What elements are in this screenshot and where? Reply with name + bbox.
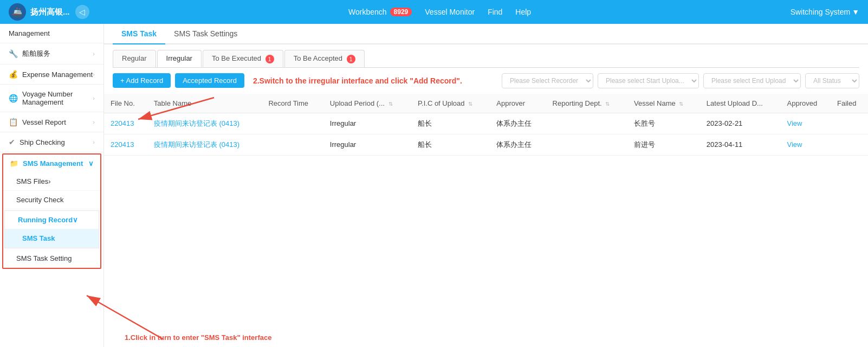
cell-latest-upload: 2023-02-21 [700,113,781,134]
sidebar-item-vessel-report[interactable]: 📋 Vessel Report › [0,112,103,132]
sub-tab-irregular[interactable]: Irregular [157,50,202,67]
header-nav: Workbench 8929 Vessel Monitor Find Help [348,8,531,16]
running-record-arrow: ∨ [73,216,78,224]
help-nav[interactable]: Help [515,8,531,16]
sidebar-item-ship-checking[interactable]: ✔ Ship Checking › [0,132,103,152]
cell-approved[interactable]: View [781,134,831,155]
expense-arrow: › [93,71,95,78]
ship-checking-icon: ✔ [9,138,15,146]
sidebar: Management 🔧 船舶服务 › 💰 Expense Management… [0,24,104,347]
sms-management-arrow: ∨ [88,159,94,168]
running-record-label: Running Record [18,216,73,224]
sms-management-group: 📁 SMS Management ∨ SMS Files › Security … [2,153,101,269]
sidebar-sub-item-security-check[interactable]: Security Check [3,191,100,209]
cell-file-no[interactable]: 220413 [104,134,147,155]
add-record-button[interactable]: + Add Record [113,73,171,88]
sidebar-item-management: Management [0,24,103,43]
tab-sms-task[interactable]: SMS Task [113,24,165,44]
sms-management-header[interactable]: 📁 SMS Management ∨ [3,155,100,172]
cell-table-name: 疫情期间来访登记表 (0413) [147,113,262,134]
expense-icon: 💰 [9,70,18,79]
col-header-approved: Approved [781,94,831,113]
table-row: 220413 疫情期间来访登记表 (0413) Irregular 船长 体系办… [104,113,868,134]
security-check-label: Security Check [16,196,63,204]
cell-approver: 体系办主任 [490,134,546,155]
cell-upload-period: Irregular [323,134,411,155]
logo: 🚢 扬州高银... [9,3,70,21]
sub-tab-to-be-executed[interactable]: To Be Executed 1 [203,50,283,67]
ship-checking-label: Ship Checking [20,138,65,146]
logo-icon: 🚢 [9,3,26,21]
col-header-latest-upload: Latest Upload D... [700,94,781,113]
col-header-table-name: Table Name [147,94,262,113]
cell-pic-of-upload: 船长 [411,113,490,134]
to-be-executed-badge: 1 [265,55,274,63]
expense-label: Expense Management [22,70,93,79]
start-upload-select[interactable]: Please select Start Uploa... [598,73,699,88]
voyage-arrow: › [93,95,95,101]
tab-sms-task-settings[interactable]: SMS Task Settings [165,24,246,44]
cell-reporting-dept [546,134,628,155]
sidebar-sub-item-sms-task-setting[interactable]: SMS Task Setting [3,249,100,268]
col-header-file-no: File No. [104,94,147,113]
vessel-monitor-nav[interactable]: Vessel Monitor [425,8,475,16]
voyage-label: Voyage Number Management [22,90,93,106]
back-button[interactable]: ◁ [75,5,89,19]
ship-service-label: 船舶服务 [22,49,50,59]
sidebar-sub-item-sms-task[interactable]: SMS Task [5,229,99,248]
status-select[interactable]: All Status [805,73,859,88]
col-header-failed: Failed [831,94,868,113]
col-header-record-time: Record Time [262,94,323,113]
cell-vessel-name: 前进号 [627,134,700,155]
workbench-badge: 8929 [390,8,412,16]
accepted-record-button[interactable]: Accepted Record [175,73,244,88]
recorder-select[interactable]: Please Select Recorder [502,73,593,88]
top-header: 🚢 扬州高银... ◁ Workbench 8929 Vessel Monito… [0,0,868,24]
cell-approver: 体系办主任 [490,113,546,134]
cell-file-no[interactable]: 220413 [104,113,147,134]
cell-latest-upload: 2023-04-11 [700,134,781,155]
ship-service-arrow: › [93,50,95,57]
col-header-approver: Approver [490,94,546,113]
switching-system-icon: ▼ [852,8,859,16]
sms-task-setting-label: SMS Task Setting [16,254,72,262]
col-header-pic-of-upload: P.I.C of Upload ⇅ [411,94,490,113]
cell-failed [831,134,868,155]
sub-tab-irregular-label: Irregular [166,54,192,62]
cell-reporting-dept [546,113,628,134]
tab-bar: SMS Task SMS Task Settings [104,24,868,44]
sidebar-item-ship-service[interactable]: 🔧 船舶服务 › [0,43,103,65]
sms-files-arrow: › [48,177,50,185]
sidebar-item-voyage-number[interactable]: 🌐 Voyage Number Management › [0,85,103,112]
ship-checking-arrow: › [93,139,95,145]
annotation-text-1: 2.Switch to the irregular interface and … [249,76,467,85]
sub-tab-regular[interactable]: Regular [113,50,156,67]
sms-files-label: SMS Files [16,177,48,185]
sub-tab-to-be-accepted[interactable]: To Be Accepted 1 [284,50,365,67]
ship-service-icon: 🔧 [9,49,18,58]
sidebar-item-expense-management[interactable]: 💰 Expense Management › [0,65,103,85]
data-table-wrapper: File No. Table Name Record Time Upload P… [104,94,868,347]
toolbar: + Add Record Accepted Record 2.Switch to… [104,68,868,94]
col-header-reporting-dept: Reporting Dept. ⇅ [546,94,628,113]
cell-record-time [262,113,323,134]
sms-management-label: SMS Management [23,159,83,168]
cell-approved[interactable]: View [781,113,831,134]
col-header-upload-period: Upload Period (... ⇅ [323,94,411,113]
vessel-report-label: Vessel Report [22,118,66,126]
find-nav[interactable]: Find [488,8,502,16]
vessel-report-icon: 📋 [9,118,18,126]
sidebar-sub-item-sms-files[interactable]: SMS Files › [3,172,100,191]
end-upload-select[interactable]: Please select End Upload [703,73,801,88]
cell-upload-period: Irregular [323,113,411,134]
sidebar-sub-item-running-record[interactable]: Running Record ∨ [5,211,99,229]
cell-table-name: 疫情期间来访登记表 (0413) [147,134,262,155]
main-content: SMS Task SMS Task Settings Regular Irreg… [104,24,868,347]
switching-system-button[interactable]: Switching System ▼ [791,8,859,16]
workbench-nav[interactable]: Workbench 8929 [348,8,412,16]
sms-task-label: SMS Task [22,234,55,242]
cell-vessel-name: 长胜号 [627,113,700,134]
sub-tab-bar: Regular Irregular To Be Executed 1 To Be… [104,44,868,67]
switching-system-label: Switching System [791,8,850,16]
sms-management-icon: 📁 [10,159,18,168]
